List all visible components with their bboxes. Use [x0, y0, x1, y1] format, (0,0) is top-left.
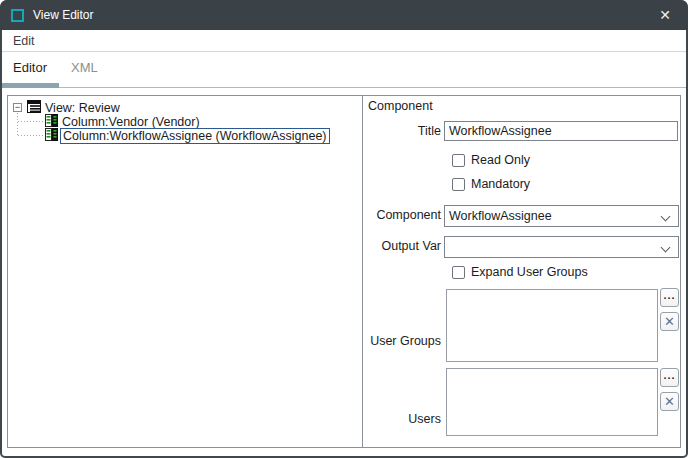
- tree-node-label-selected: Column:WorkflowAssignee (WorkflowAssigne…: [60, 128, 330, 144]
- component-dropdown[interactable]: WorkflowAssignee: [444, 205, 679, 227]
- users-clear-icon[interactable]: ✕: [660, 392, 679, 411]
- expand-user-groups-checkbox[interactable]: [452, 266, 465, 279]
- tree-node-view-review[interactable]: − View: Review: [8, 100, 120, 115]
- mandatory-checkbox[interactable]: [452, 178, 465, 191]
- title-bar[interactable]: View Editor ✕: [0, 0, 688, 30]
- component-group-label: Component: [368, 99, 433, 113]
- collapse-icon[interactable]: −: [13, 103, 22, 112]
- tree-node-label: View: Review: [45, 101, 120, 115]
- view-editor-window: View Editor ✕ Edit Editor XML −: [0, 0, 688, 458]
- users-listbox[interactable]: [446, 368, 658, 436]
- title-input[interactable]: [444, 121, 678, 141]
- view-tree-pane[interactable]: − View: Review: [8, 96, 363, 447]
- window-title: View Editor: [33, 0, 93, 30]
- title-field-label: Title: [363, 124, 441, 138]
- tab-bar: Editor XML: [2, 53, 686, 88]
- close-icon[interactable]: ✕: [642, 0, 688, 30]
- app-window-icon: [11, 9, 24, 22]
- user-groups-listbox[interactable]: [446, 289, 658, 362]
- user-groups-browse-button[interactable]: ...: [660, 288, 679, 307]
- tree-node-label: Column:Vendor (Vendor): [62, 115, 200, 129]
- expand-user-groups-label: Expand User Groups: [471, 265, 588, 279]
- tab-xml[interactable]: XML: [71, 60, 98, 75]
- read-only-checkbox[interactable]: [452, 154, 465, 167]
- user-groups-clear-icon[interactable]: ✕: [660, 312, 679, 331]
- component-detail-pane: Component Title Read Only Mandatory Comp…: [363, 96, 680, 447]
- tree-node-column-workflowassignee[interactable]: Column:WorkflowAssignee (WorkflowAssigne…: [8, 128, 330, 143]
- output-var-dropdown-label: Output Var: [363, 239, 441, 253]
- editor-content-panel: − View: Review: [7, 95, 681, 448]
- menu-item-edit[interactable]: Edit: [9, 30, 39, 52]
- component-dropdown-value: WorkflowAssignee: [449, 209, 552, 223]
- chevron-down-icon: [661, 212, 671, 222]
- chevron-down-icon: [661, 243, 671, 253]
- tab-separator-line: [2, 87, 686, 88]
- active-tab-indicator: [2, 83, 59, 88]
- column-icon: [45, 128, 58, 144]
- tab-editor[interactable]: Editor: [13, 60, 47, 75]
- mandatory-label: Mandatory: [471, 177, 530, 191]
- read-only-label: Read Only: [471, 153, 530, 167]
- component-dropdown-label: Component: [363, 208, 441, 222]
- user-groups-label: User Groups: [363, 334, 441, 348]
- expand-user-groups-checkbox-row[interactable]: Expand User Groups: [452, 265, 588, 279]
- users-label: Users: [363, 412, 441, 426]
- users-browse-button[interactable]: ...: [660, 368, 679, 387]
- menu-bar: Edit: [2, 30, 686, 52]
- mandatory-checkbox-row[interactable]: Mandatory: [452, 177, 530, 191]
- read-only-checkbox-row[interactable]: Read Only: [452, 153, 530, 167]
- output-var-dropdown[interactable]: [444, 236, 679, 258]
